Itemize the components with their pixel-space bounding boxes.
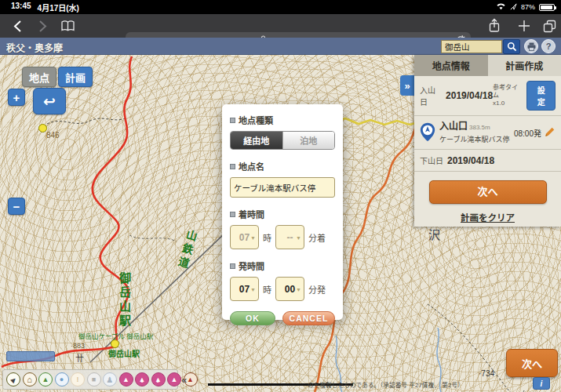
toolbar-icon-alert[interactable]: ! [71,372,85,387]
departure-time: 08:00発 [514,127,541,139]
toolbar-icon-forest[interactable]: ▲ [38,372,53,387]
route-point-marker-846[interactable] [38,124,47,132]
reference-time: 参考タイム x1.0 [493,84,522,107]
trail-dashed-3 [129,235,177,241]
map-next-button[interactable]: 次へ [506,349,558,377]
route-point-marker-station[interactable] [111,339,119,348]
forward-button[interactable] [35,18,50,34]
bookmarks-icon[interactable] [60,18,75,34]
browser-toolbar: mt-compass.com [0,14,561,38]
tabs-icon[interactable] [541,18,557,34]
help-icon: ? [546,42,552,51]
chevron-right-icon: » [404,80,410,92]
clear-plan-link[interactable]: 計画をクリア [414,211,561,223]
water-feature [6,351,55,361]
tab-point-info[interactable]: 地点情報 [414,55,488,76]
departure-hour-select[interactable]: 07 ▼ [230,277,259,301]
arrival-time-label: 着時間 [230,208,335,220]
type-stay-button[interactable]: 泊地 [282,132,335,149]
wifi-icon [496,2,506,12]
date: 4月17日(水) [38,2,79,13]
ok-button[interactable]: OK [230,311,275,325]
clock: 13:45 [11,2,31,13]
region-label: 秩父・奥多摩 [6,41,63,54]
entry-date-row: 入山日 2019/04/18 参考タイム x1.0 設定 [414,76,561,116]
info-icon: i [541,379,543,388]
undo-icon: ↩ [43,93,56,111]
trail-dashed-1 [47,118,127,124]
point-type-label: 地点種類 [230,114,335,126]
back-button[interactable] [9,18,25,34]
search-input[interactable] [441,40,502,53]
toolbar-icon-peak-alt[interactable]: ▲ [167,372,181,387]
edit-pencil-icon[interactable] [545,126,556,139]
help-button[interactable]: ? [541,39,556,53]
toolbar-icon-peak-2[interactable]: ▲2 [151,372,166,387]
toolbar-icon-bus[interactable]: ■ [87,372,101,387]
bullet-square-icon [230,263,235,269]
map-attribution: のを複製したものである。（承認番号 平27情複、 第2号） [308,380,464,389]
toolbar-icon-water[interactable]: ● [55,372,69,387]
start-point-row[interactable]: 入山口383.5m ケーブル滝本駅バス停 08:00発 [414,116,561,150]
ios-status-bar: 13:45 4月17日(水) 87% [0,0,561,14]
cancel-button[interactable]: CANCEL [282,311,335,325]
waypoint-pin-icon [420,122,435,143]
arrival-time-row: 07 ▼ 時 -- ▼ 分着 [230,225,335,249]
chevron-down-icon: ▼ [296,235,301,241]
search-button[interactable] [503,39,520,54]
point-type-toggle: 経由地 泊地 [230,131,335,150]
toolbar-icon-person[interactable]: ♟ [103,372,117,387]
print-button[interactable] [524,39,538,53]
departure-time-label: 発時間 [230,260,335,272]
printer-icon [527,42,536,51]
red-route [93,56,132,347]
chevron-down-icon: ▼ [250,287,256,292]
settings-button[interactable]: 設定 [526,81,556,111]
point-name-input[interactable] [230,177,335,198]
arrival-minute-select[interactable]: -- ▼ [275,225,304,249]
zoom-out-button[interactable]: − [8,198,25,215]
toolbar-icon-peak[interactable]: ▲ [119,372,133,387]
app-header: 秩父・奥多摩 ? [0,38,561,55]
plan-sidebar: 地点情報 計画作成 入山日 2019/04/18 参考タイム x1.0 設定 入… [414,55,561,227]
tab-plan-create[interactable]: 計画作成 [488,55,561,76]
tab-point[interactable]: 地点 [22,67,56,87]
toolbar-icon-peak-1[interactable]: ▲1 [135,372,149,387]
chevron-down-icon: ▼ [296,287,301,292]
battery-icon [539,4,555,11]
toolbar-collapse-button[interactable]: « [181,374,187,386]
point-name-label: 地点名 [230,160,335,172]
zoom-in-button[interactable]: + [8,89,25,106]
arrival-hour-select[interactable]: 07 ▼ [230,225,259,249]
poi-filter-toolbar: ▶ ⌂ ▲ ● ! ■ ♟ ▲ ▲1 ▲2 ▲ ▲ [2,369,178,390]
new-tab-icon[interactable] [516,18,532,34]
waypoint-edit-dialog: 地点種類 経由地 泊地 地点名 着時間 07 ▼ 時 -- ▼ 分着 [222,104,343,320]
battery-percent: 87% [521,3,535,11]
info-button[interactable]: i [533,377,550,390]
undo-button[interactable]: ↩ [33,88,66,114]
screen: 13:45 4月17日(水) 87% mt-com [0,0,561,392]
departure-minute-select[interactable]: 00 ▼ [275,277,304,301]
tab-plan[interactable]: 計画 [58,67,93,87]
search-icon [507,42,517,52]
type-waypoint-button[interactable]: 経由地 [231,132,282,149]
sidebar-collapse-button[interactable]: » [400,75,414,96]
bullet-square-icon [230,164,235,169]
bullet-square-icon [230,118,235,123]
share-icon[interactable] [486,18,502,34]
exit-date-row: 下山日 2019/04/18 [414,150,561,172]
chevron-down-icon: ▼ [250,235,256,241]
toolbar-icon-navigate[interactable]: ▶ [6,372,20,387]
next-button[interactable]: 次へ [429,180,547,204]
trail-dashed-2 [428,304,524,392]
bullet-square-icon [230,212,235,217]
departure-time-row: 07 ▼ 時 00 ▼ 分発 [230,277,335,301]
location-icon [510,3,517,12]
toolbar-icon-home[interactable]: ⌂ [23,372,37,387]
